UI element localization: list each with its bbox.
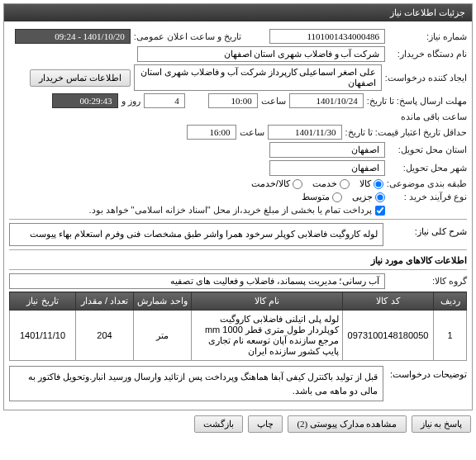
- days-label: روز و: [121, 96, 140, 107]
- th-unit: واحد شمارش: [134, 292, 192, 311]
- category-radio-group: کالا خدمت کالا/خدمت: [251, 178, 383, 189]
- row-requester-notes: توضیحات درخواست: قبل از تولید باکنترل کی…: [9, 366, 467, 401]
- cell-qty: 204: [76, 311, 134, 361]
- time-label-1: ساعت: [261, 96, 286, 107]
- cell-row: 1: [434, 311, 467, 361]
- row-general-desc: شرح کلی نیاز: لوله کاروگیت فاضلابی کوپلر…: [9, 223, 467, 246]
- row-purchase-type: نوع فرآیند خرید : جزیی متوسط: [9, 192, 467, 202]
- payment-checkbox[interactable]: [375, 206, 385, 216]
- general-desc-label: شرح کلی نیاز:: [388, 223, 467, 237]
- announce-label: تاریخ و ساعت اعلان عمومی:: [134, 31, 241, 42]
- cell-date: 1401/11/10: [10, 311, 76, 361]
- city-value: اصفهان: [269, 160, 385, 176]
- th-qty: تعداد / مقدار: [76, 292, 134, 311]
- buyer-label: نام دستگاه خریدار:: [388, 49, 467, 59]
- radio-kala[interactable]: [374, 179, 383, 189]
- row-need-no: شماره نیاز: 1101001434000486 تاریخ و ساع…: [9, 29, 467, 44]
- goods-group-value: آب رسانی؛ مدیریت پسماند، فاضلاب و فعالیت…: [9, 273, 385, 289]
- min-valid-date: 1401/11/30: [268, 125, 342, 140]
- row-buyer: نام دستگاه خریدار: شرکت آب و فاضلاب شهری…: [9, 46, 467, 62]
- print-button[interactable]: چاپ: [248, 415, 283, 433]
- divider-2: [9, 249, 467, 250]
- general-desc-text: لوله کاروگیت فاضلابی کوپلر سرخود همرا وا…: [9, 223, 383, 246]
- min-valid-label: حداقل تاریخ اعتبار قیمت: تا تاریخ:: [345, 127, 467, 138]
- time-label-2: ساعت: [240, 127, 264, 138]
- th-date: تاریخ نیاز: [10, 292, 76, 311]
- radio-kala-label: کالا: [359, 178, 371, 189]
- table-row: 1 0973100148180050 لوله پلی اتیلنی فاضلا…: [10, 311, 467, 361]
- requester-label: ایجاد کننده درخواست:: [385, 73, 467, 83]
- back-button[interactable]: بازگشت: [194, 415, 243, 433]
- row-province: استان محل تحویل: اصفهان: [9, 142, 467, 158]
- radio-medium[interactable]: [332, 192, 342, 202]
- panel-title: جزئیات اطلاعات نیاز: [390, 7, 465, 17]
- radio-minor-label: جزیی: [352, 192, 373, 202]
- purchase-opt-medium[interactable]: متوسط: [302, 192, 342, 202]
- purchase-opt-minor[interactable]: جزیی: [352, 192, 385, 202]
- cell-code: 0973100148180050: [343, 311, 434, 361]
- goods-group-label: گروه کالا:: [388, 276, 467, 287]
- min-valid-time: 16:00: [187, 125, 236, 140]
- radio-both[interactable]: [293, 179, 302, 189]
- category-opt-khedmat[interactable]: خدمت: [312, 178, 350, 189]
- panel-header: جزئیات اطلاعات نیاز: [4, 4, 472, 21]
- cell-unit: متر: [134, 311, 192, 361]
- goods-section-title: اطلاعات کالاهای مورد نیاز: [9, 255, 467, 266]
- requester-notes-label: توضیحات درخواست:: [388, 366, 467, 380]
- radio-medium-label: متوسط: [302, 192, 330, 202]
- deadline-label: مهلت ارسال پاسخ: تا تاریخ:: [367, 96, 467, 107]
- category-label: طبقه بندی موضوعی:: [387, 178, 467, 189]
- remaining-time: 00:29:43: [52, 93, 118, 108]
- radio-khedmat-label: خدمت: [312, 178, 337, 189]
- radio-both-label: کالا/خدمت: [251, 178, 290, 189]
- category-opt-both[interactable]: کالا/خدمت: [251, 178, 302, 189]
- row-city: شهر محل تحویل: اصفهان: [9, 160, 467, 176]
- th-row: ردیف: [434, 292, 467, 311]
- bottom-action-bar: پاسخ به نیاز مشاهده مدارک پیوستی (2) چاپ…: [5, 415, 471, 433]
- payment-note-text: پرداخت تمام یا بخشی از مبلغ خرید،از محل …: [88, 205, 372, 216]
- need-no-label: شماره نیاز:: [388, 31, 467, 42]
- requester-value: علی اصغر اسماعیلی کارپرداز شرکت آب و فاض…: [134, 64, 382, 91]
- radio-khedmat[interactable]: [340, 179, 350, 189]
- deadline-date: 1401/10/24: [289, 93, 364, 108]
- row-payment-note: پرداخت تمام یا بخشی از مبلغ خرید،از محل …: [9, 205, 467, 216]
- purchase-type-label: نوع فرآیند خرید :: [388, 192, 467, 202]
- purchase-radio-group: جزیی متوسط: [302, 192, 385, 202]
- th-name: نام کالا: [192, 292, 343, 311]
- category-opt-kala[interactable]: کالا: [359, 178, 383, 189]
- province-label: استان محل تحویل:: [388, 145, 467, 155]
- contact-buyer-button[interactable]: اطلاعات تماس خریدار: [30, 69, 131, 87]
- radio-minor[interactable]: [375, 192, 385, 202]
- province-value: اصفهان: [269, 142, 385, 158]
- th-code: کد کالا: [343, 292, 434, 311]
- deadline-time: 10:00: [208, 93, 258, 108]
- days-value: 4: [144, 93, 185, 108]
- need-no-value: 1101001434000486: [269, 29, 385, 44]
- table-header-row: ردیف کد کالا نام کالا واحد شمارش تعداد /…: [10, 292, 467, 311]
- goods-table: ردیف کد کالا نام کالا واحد شمارش تعداد /…: [9, 292, 467, 361]
- cell-name: لوله پلی اتیلنی فاضلابی کاروگیت کوپلردار…: [192, 311, 343, 361]
- buyer-value: شرکت آب و فاضلاب شهری استان اصفهان: [137, 46, 385, 62]
- divider-1: [9, 219, 467, 220]
- details-panel: جزئیات اطلاعات نیاز شماره نیاز: 11010014…: [3, 3, 473, 410]
- attachments-button[interactable]: مشاهده مدارک پیوستی (2): [288, 415, 406, 433]
- city-label: شهر محل تحویل:: [388, 163, 467, 173]
- row-goods-group: گروه کالا: آب رسانی؛ مدیریت پسماند، فاضل…: [9, 273, 467, 289]
- requester-notes-text: قبل از تولید باکنترل کیفی آبفا هماهنگ وپ…: [9, 366, 383, 401]
- row-category: طبقه بندی موضوعی: کالا خدمت کالا/خدمت: [9, 178, 467, 189]
- row-deadline: مهلت ارسال پاسخ: تا تاریخ: 1401/10/24 سا…: [9, 93, 467, 122]
- divider-3: [9, 269, 467, 270]
- row-requester: ایجاد کننده درخواست: علی اصغر اسماعیلی ک…: [9, 64, 467, 91]
- respond-button[interactable]: پاسخ به نیاز: [412, 415, 472, 433]
- row-min-valid: حداقل تاریخ اعتبار قیمت: تا تاریخ: 1401/…: [9, 125, 467, 140]
- panel-body: شماره نیاز: 1101001434000486 تاریخ و ساع…: [4, 21, 472, 410]
- announce-value: 1401/10/20 - 09:24: [15, 29, 131, 44]
- remaining-label: ساعت باقی مانده: [401, 111, 467, 122]
